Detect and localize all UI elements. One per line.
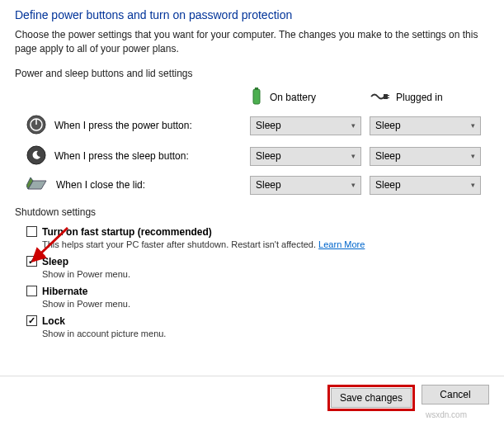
lock-desc: Show in account picture menu. (42, 329, 489, 338)
setting-lock: Lock Show in account picture menu. (26, 315, 489, 338)
shutdown-section-label: Shutdown settings (15, 206, 489, 218)
chevron-down-icon: ▾ (471, 121, 475, 130)
save-changes-button[interactable]: Save changes (331, 388, 412, 408)
save-highlight: Save changes (327, 385, 415, 411)
plug-icon (370, 91, 389, 105)
buttons-section-label: Power and sleep buttons and lid settings (15, 68, 489, 79)
learn-more-link[interactable]: Learn More (318, 239, 365, 249)
sleep-checkbox[interactable] (26, 256, 37, 267)
power-button-icon (26, 115, 46, 137)
chevron-down-icon: ▾ (351, 152, 356, 160)
column-headers: On battery Plugged in (15, 88, 489, 108)
power-plugged-dropdown[interactable]: Sleep ▾ (370, 116, 481, 135)
setting-fast-startup: Turn on fast startup (recommended) This … (26, 226, 489, 249)
row-sleep-button: When I press the sleep button: Sleep ▾ S… (15, 145, 489, 168)
col-header-battery: On battery (250, 88, 370, 108)
cancel-button[interactable]: Cancel (422, 385, 489, 404)
battery-icon (250, 88, 263, 108)
hibernate-checkbox[interactable] (26, 286, 37, 296)
watermark: wsxdn.com (426, 410, 467, 419)
svg-rect-0 (253, 89, 260, 104)
lid-battery-dropdown[interactable]: Sleep ▾ (250, 176, 361, 195)
hibernate-title: Hibernate (42, 286, 87, 297)
row-power-button: When I press the power button: Sleep ▾ S… (15, 115, 489, 137)
lock-checkbox[interactable] (26, 315, 37, 326)
sleep-battery-dropdown[interactable]: Sleep ▾ (250, 147, 361, 166)
chevron-down-icon: ▾ (351, 121, 356, 130)
col-header-plugged-label: Plugged in (396, 92, 443, 103)
svg-rect-1 (255, 88, 258, 90)
page-title: Define power buttons and turn on passwor… (15, 8, 489, 21)
page-subtitle: Choose the power settings that you want … (15, 28, 489, 56)
col-header-battery-label: On battery (270, 92, 316, 103)
sleep-desc: Show in Power menu. (42, 269, 489, 279)
row-sleep-label: When I press the sleep button: (54, 150, 189, 162)
row-power-label: When I press the power button: (54, 120, 192, 131)
row-lid: When I close the lid: Sleep ▾ Sleep ▾ (15, 176, 489, 195)
fast-startup-checkbox[interactable] (26, 226, 37, 237)
fast-startup-title: Turn on fast startup (recommended) (42, 226, 212, 238)
lid-plugged-dropdown[interactable]: Sleep ▾ (370, 176, 481, 195)
sleep-button-icon (26, 145, 46, 168)
sleep-title: Sleep (42, 256, 68, 267)
col-header-plugged: Plugged in (370, 88, 489, 108)
svg-rect-2 (384, 94, 388, 99)
chevron-down-icon: ▾ (471, 152, 475, 160)
setting-hibernate: Hibernate Show in Power menu. (26, 286, 489, 309)
fast-startup-desc: This helps start your PC faster after sh… (42, 239, 489, 249)
chevron-down-icon: ▾ (471, 181, 475, 189)
hibernate-desc: Show in Power menu. (42, 299, 489, 309)
footer-button-bar: Save changes Cancel (0, 376, 504, 411)
lid-icon (26, 176, 48, 195)
svg-rect-3 (388, 95, 389, 96)
svg-rect-4 (388, 97, 389, 98)
row-lid-label: When I close the lid: (56, 179, 145, 191)
setting-sleep: Sleep Show in Power menu. (26, 256, 489, 279)
power-battery-dropdown[interactable]: Sleep ▾ (250, 116, 361, 135)
sleep-plugged-dropdown[interactable]: Sleep ▾ (370, 147, 481, 166)
chevron-down-icon: ▾ (351, 181, 356, 189)
lock-title: Lock (42, 315, 65, 327)
